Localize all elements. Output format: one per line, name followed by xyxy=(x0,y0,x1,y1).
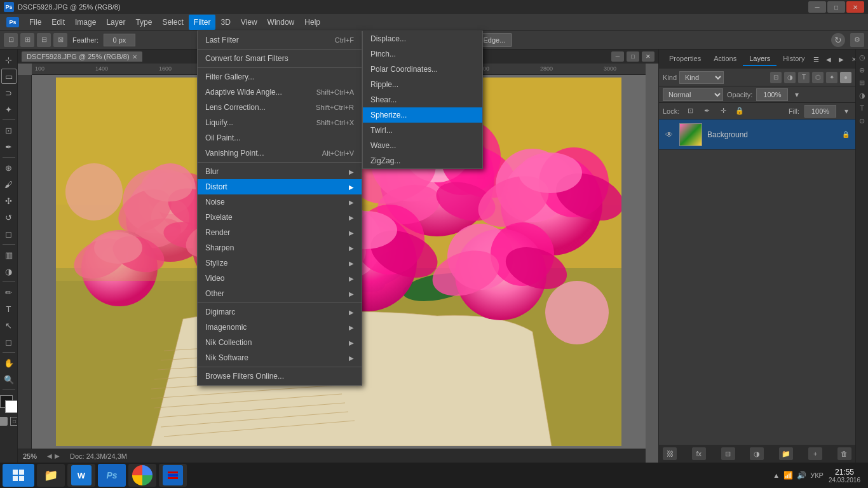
filter-nik-collection[interactable]: Nik Collection ▶ xyxy=(198,335,362,350)
filter-video[interactable]: Video ▶ xyxy=(198,271,362,286)
blend-mode-dropdown[interactable]: Normal Dissolve Multiply Screen Overlay xyxy=(663,88,723,101)
distort-shear[interactable]: Shear... xyxy=(363,92,482,107)
panel-expand-icon[interactable]: ◀ xyxy=(824,54,834,64)
filter-liquify[interactable]: Liquify... Shift+Ctrl+X xyxy=(198,115,362,130)
right-sidebar-icon-6[interactable]: ⊙ xyxy=(857,116,867,126)
tool-dodge[interactable]: ◑ xyxy=(1,264,17,279)
menu-window[interactable]: Window xyxy=(262,15,300,30)
menu-3d[interactable]: 3D xyxy=(215,15,235,30)
selection-options-btn2[interactable]: ⊞ xyxy=(20,33,34,47)
taskbar-chrome[interactable] xyxy=(128,464,156,487)
menu-type[interactable]: Type xyxy=(130,15,157,30)
distort-displace[interactable]: Displace... xyxy=(363,31,482,46)
layer-item-background[interactable]: 👁 Background 🔒 xyxy=(659,119,855,150)
distort-polar[interactable]: Polar Coordinates... xyxy=(363,62,482,77)
filter-oil-paint[interactable]: Oil Paint... xyxy=(198,130,362,146)
add-group-icon[interactable]: 📁 xyxy=(779,447,793,460)
right-sidebar-icon-3[interactable]: ⊞ xyxy=(857,78,867,88)
tab-layers[interactable]: Layers xyxy=(743,52,776,66)
tab-actions[interactable]: Actions xyxy=(707,52,743,66)
panel-menu-icon[interactable]: ☰ xyxy=(811,54,821,64)
taskbar-folder[interactable]: 📁 xyxy=(37,464,65,487)
filter-pixel-icon[interactable]: ⊡ xyxy=(770,72,782,83)
right-sidebar-icon-5[interactable]: T xyxy=(857,103,867,113)
screen-mode-icon[interactable]: □ xyxy=(10,417,18,426)
tool-brush[interactable]: 🖌 xyxy=(1,177,17,192)
filter-sharpen[interactable]: Sharpen ▶ xyxy=(198,240,362,255)
delete-layer-icon[interactable]: 🗑 xyxy=(837,447,851,460)
menu-layer[interactable]: Layer xyxy=(101,15,130,30)
filter-browse[interactable]: Browse Filters Online... xyxy=(198,369,362,384)
taskbar-word[interactable]: W xyxy=(67,464,95,487)
distort-spherize[interactable]: Spherize... xyxy=(363,107,482,123)
filter-last-filter[interactable]: Last Filter Ctrl+F xyxy=(198,32,362,48)
tool-spot-heal[interactable]: ⊛ xyxy=(1,160,17,175)
tool-eyedropper[interactable]: ✒ xyxy=(1,139,17,154)
filter-adj-icon[interactable]: ◑ xyxy=(784,72,796,83)
menu-file[interactable]: File xyxy=(24,15,46,30)
tool-clone[interactable]: ✣ xyxy=(1,193,17,208)
distort-twirl[interactable]: Twirl... xyxy=(363,123,482,138)
fill-input[interactable] xyxy=(804,105,836,118)
doc-minimize[interactable]: ─ xyxy=(611,51,624,62)
add-adjustment-icon[interactable]: ◑ xyxy=(750,447,764,460)
opacity-arrow-icon[interactable]: ▾ xyxy=(792,90,802,100)
layer-visibility-icon[interactable]: 👁 xyxy=(664,130,674,140)
start-button[interactable] xyxy=(3,464,34,487)
menu-edit[interactable]: Edit xyxy=(46,15,70,30)
panel-collapse-icon[interactable]: ▶ xyxy=(836,54,846,64)
distort-ripple[interactable]: Ripple... xyxy=(363,77,482,92)
maximize-button[interactable]: □ xyxy=(827,1,845,13)
tool-path-selection[interactable]: ↖ xyxy=(1,318,17,333)
right-sidebar-icon-1[interactable]: ◷ xyxy=(857,52,867,62)
filter-stylize[interactable]: Stylize ▶ xyxy=(198,255,362,271)
settings-icon[interactable]: ⚙ xyxy=(850,33,864,47)
new-layer-icon[interactable]: + xyxy=(808,447,822,460)
filter-type-icon[interactable]: T xyxy=(798,72,810,83)
rotate-canvas-icon[interactable]: ↻ xyxy=(831,33,845,47)
tool-move[interactable]: ⊹ xyxy=(1,52,17,67)
tool-lasso[interactable]: ⊃ xyxy=(1,85,17,100)
selection-options-btn1[interactable]: ⊡ xyxy=(4,33,18,47)
menu-help[interactable]: Help xyxy=(299,15,325,30)
nav-arrows[interactable]: ◀ ▶ xyxy=(47,452,60,459)
lock-all-icon[interactable]: 🔒 xyxy=(734,105,745,117)
filter-smart-icon[interactable]: ✦ xyxy=(826,72,837,83)
distort-pinch[interactable]: Pinch... xyxy=(363,46,482,62)
menu-select[interactable]: Select xyxy=(157,15,188,30)
filter-imagenomic[interactable]: Imagenomic ▶ xyxy=(198,320,362,335)
close-button[interactable]: ✕ xyxy=(846,1,864,13)
fill-arrow-icon[interactable]: ▾ xyxy=(841,106,851,116)
filter-blur[interactable]: Blur ▶ xyxy=(198,164,362,179)
tray-arrow[interactable]: ▲ xyxy=(773,471,780,479)
tab-properties[interactable]: Properties xyxy=(663,52,707,66)
lock-move-icon[interactable]: ✛ xyxy=(717,105,729,117)
selection-options-btn3[interactable]: ⊟ xyxy=(37,33,51,47)
filter-lens[interactable]: Lens Correction... Shift+Ctrl+R xyxy=(198,100,362,115)
filter-other[interactable]: Other ▶ xyxy=(198,286,362,301)
minimize-button[interactable]: ─ xyxy=(808,1,826,13)
feather-input[interactable] xyxy=(104,34,135,46)
distort-zigzag[interactable]: ZigZag... xyxy=(363,153,482,168)
tool-shape[interactable]: ◻ xyxy=(1,334,17,349)
tool-pen[interactable]: ✏ xyxy=(1,285,17,300)
filter-shape-icon[interactable]: ⬡ xyxy=(812,72,824,83)
background-color[interactable] xyxy=(5,400,18,413)
tool-marquee[interactable]: ▭ xyxy=(1,69,17,84)
link-layers-icon[interactable]: ⛓ xyxy=(663,447,677,460)
filter-digimarc[interactable]: Digimarc ▶ xyxy=(198,304,362,320)
menu-view[interactable]: View xyxy=(236,15,262,30)
menu-ps[interactable]: Ps xyxy=(1,15,24,30)
doc-maximize[interactable]: □ xyxy=(627,51,639,62)
filter-distort[interactable]: Distort ▶ xyxy=(198,179,362,194)
menu-filter[interactable]: Filter xyxy=(189,15,216,30)
menu-image[interactable]: Image xyxy=(70,15,101,30)
right-sidebar-icon-4[interactable]: ◑ xyxy=(857,90,867,100)
filter-noise[interactable]: Noise ▶ xyxy=(198,194,362,210)
doc-tab-close[interactable]: ✕ xyxy=(132,53,137,60)
add-style-icon[interactable]: fx xyxy=(692,447,706,460)
distort-wave[interactable]: Wave... xyxy=(363,138,482,153)
tool-eraser[interactable]: ◻ xyxy=(1,226,17,241)
kind-dropdown[interactable]: Kind Name Effect Mode Attribute Color xyxy=(679,71,724,84)
filter-adaptive[interactable]: Adaptive Wide Angle... Shift+Ctrl+A xyxy=(198,85,362,100)
